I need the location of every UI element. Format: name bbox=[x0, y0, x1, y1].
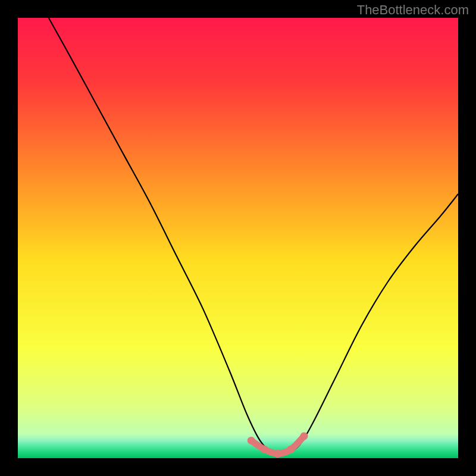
watermark-text: TheBottleneck.com bbox=[357, 2, 469, 18]
gradient-background bbox=[18, 18, 458, 458]
svg-rect-0 bbox=[18, 18, 458, 458]
chart-container: TheBottleneck.com bbox=[0, 0, 476, 476]
chart-area bbox=[18, 18, 458, 458]
